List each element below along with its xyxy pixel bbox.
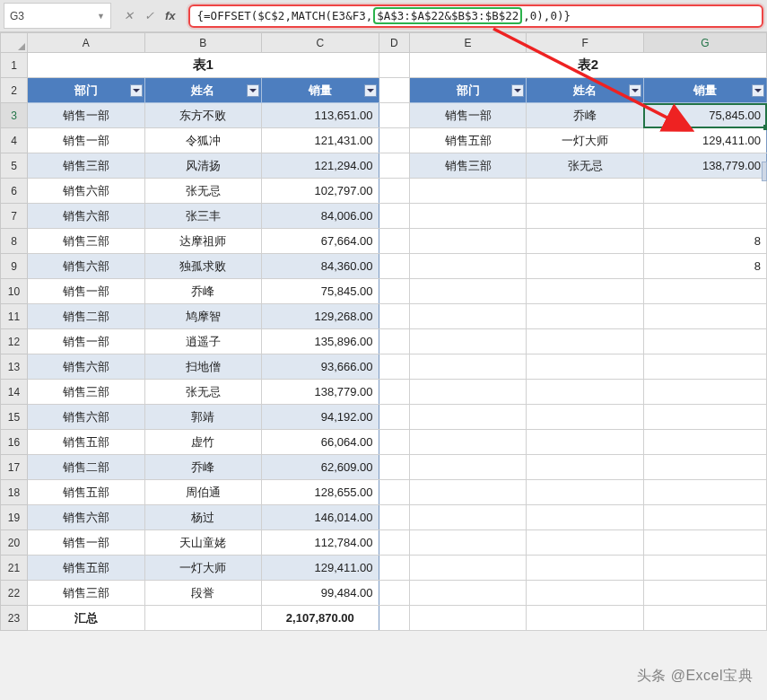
table1-header-name[interactable]: 姓名 (144, 78, 262, 103)
cell[interactable] (379, 455, 409, 480)
row-header[interactable]: 19 (1, 505, 28, 530)
row-header[interactable]: 22 (1, 581, 28, 606)
cell[interactable] (527, 329, 644, 354)
grid[interactable]: A B C D E F G 1 表1 表2 2 部门 姓名 销量 部门 姓名 销… (0, 32, 767, 631)
table2-header-sales[interactable]: 销量 (643, 78, 766, 103)
row-header[interactable]: 18 (1, 480, 28, 505)
cell[interactable]: 84,360.00 (262, 254, 379, 279)
cell[interactable]: 102,797.00 (262, 179, 379, 204)
cell[interactable]: 销售六部 (27, 179, 144, 204)
cell[interactable]: 销售六部 (27, 204, 144, 229)
cell[interactable] (409, 279, 527, 304)
cell[interactable]: 扫地僧 (144, 354, 262, 380)
cell[interactable] (409, 430, 527, 455)
cell[interactable]: 销售六部 (27, 505, 144, 530)
cell[interactable]: 销售六部 (27, 254, 144, 279)
cell[interactable]: 129,411.00 (643, 128, 766, 153)
cell[interactable]: 乔峰 (144, 279, 262, 304)
cell[interactable] (643, 430, 766, 455)
cell[interactable] (527, 279, 644, 304)
sheet-edge-tab[interactable] (762, 162, 767, 181)
row-header[interactable]: 2 (1, 78, 28, 103)
cell[interactable] (379, 581, 409, 606)
cell[interactable]: 风清扬 (144, 153, 262, 179)
cell[interactable] (409, 581, 527, 606)
cell[interactable] (643, 505, 766, 530)
cell[interactable]: 张无忌 (144, 179, 262, 204)
cell[interactable] (527, 304, 644, 329)
cell[interactable] (379, 179, 409, 204)
formula-bar[interactable]: {=OFFSET($C$2,MATCH(E3&F3,$A$3:$A$22&$B$… (188, 4, 763, 28)
cell[interactable]: 销售二部 (27, 304, 144, 329)
cell[interactable]: 销售一部 (27, 279, 144, 304)
row-header[interactable]: 7 (1, 204, 28, 229)
filter-icon[interactable] (130, 84, 143, 97)
cell[interactable]: 84,006.00 (262, 204, 379, 229)
cell[interactable] (379, 405, 409, 430)
chevron-down-icon[interactable]: ▼ (97, 12, 105, 21)
cell[interactable]: 销售一部 (27, 103, 144, 128)
cell[interactable]: 135,896.00 (262, 329, 379, 354)
cell[interactable] (379, 480, 409, 505)
table1-header-sales[interactable]: 销量 (262, 78, 379, 103)
row-header[interactable]: 8 (1, 229, 28, 254)
cell[interactable] (527, 179, 644, 204)
cell[interactable] (527, 505, 644, 530)
cell[interactable] (643, 329, 766, 354)
cell[interactable] (527, 405, 644, 430)
cell[interactable] (409, 505, 527, 530)
cell[interactable]: 销售三部 (409, 153, 527, 179)
cell[interactable] (379, 279, 409, 304)
cell[interactable] (643, 405, 766, 430)
cancel-icon[interactable]: ✕ (124, 9, 134, 22)
row-header[interactable]: 12 (1, 329, 28, 354)
cell[interactable] (379, 229, 409, 254)
cell[interactable]: 段誉 (144, 581, 262, 606)
cell[interactable]: 销售六部 (27, 405, 144, 430)
cell[interactable] (379, 128, 409, 153)
cell[interactable] (409, 179, 527, 204)
table1-header-dept[interactable]: 部门 (27, 78, 144, 103)
cell[interactable]: 138,779.00 (643, 153, 766, 179)
cell[interactable] (409, 204, 527, 229)
cell[interactable]: 94,192.00 (262, 405, 379, 430)
cell[interactable]: 周伯通 (144, 480, 262, 505)
cell[interactable]: 天山童姥 (144, 530, 262, 556)
col-header-d[interactable]: D (379, 33, 409, 53)
cell[interactable] (379, 204, 409, 229)
cell[interactable] (643, 530, 766, 556)
col-header-b[interactable]: B (144, 33, 262, 53)
cell[interactable]: 汇总 (27, 606, 144, 631)
col-header-c[interactable]: C (262, 33, 379, 53)
table2-header-dept[interactable]: 部门 (409, 78, 527, 103)
cell[interactable]: 93,666.00 (262, 354, 379, 380)
row-header[interactable]: 15 (1, 405, 28, 430)
select-all-corner[interactable] (1, 33, 28, 53)
cell[interactable]: 张三丰 (144, 204, 262, 229)
cell[interactable]: 销售五部 (27, 556, 144, 581)
cell[interactable] (527, 380, 644, 405)
cell[interactable] (409, 229, 527, 254)
cell[interactable] (527, 354, 644, 380)
table2-header-name[interactable]: 姓名 (527, 78, 644, 103)
cell[interactable]: 销售三部 (27, 153, 144, 179)
cell[interactable]: 销售一部 (27, 329, 144, 354)
cell[interactable] (527, 430, 644, 455)
cell[interactable] (643, 204, 766, 229)
fx-icon[interactable]: fx (165, 9, 176, 22)
cell[interactable]: 销售一部 (27, 530, 144, 556)
cell[interactable] (379, 354, 409, 380)
cell[interactable] (527, 606, 644, 631)
cell[interactable] (379, 103, 409, 128)
row-header[interactable]: 10 (1, 279, 28, 304)
cell[interactable]: 独孤求败 (144, 254, 262, 279)
cell[interactable] (379, 430, 409, 455)
cell[interactable] (643, 606, 766, 631)
filter-icon[interactable] (752, 84, 764, 97)
cell[interactable]: 2,107,870.00 (262, 606, 379, 631)
cell[interactable] (527, 556, 644, 581)
cell[interactable]: 146,014.00 (262, 505, 379, 530)
cell[interactable] (379, 329, 409, 354)
cell[interactable]: 令狐冲 (144, 128, 262, 153)
title-left[interactable]: 表1 (27, 53, 379, 78)
